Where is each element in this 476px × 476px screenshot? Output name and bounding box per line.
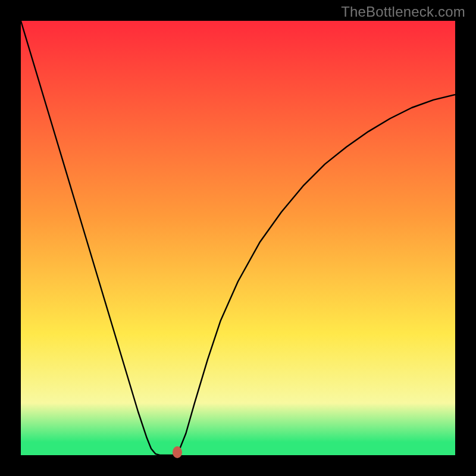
plot-area <box>21 21 455 455</box>
minimum-marker <box>173 446 182 458</box>
chart-frame: TheBottleneck.com <box>0 0 476 476</box>
curve-path <box>21 21 455 455</box>
bottleneck-curve <box>21 21 455 455</box>
watermark-label: TheBottleneck.com <box>341 4 465 20</box>
